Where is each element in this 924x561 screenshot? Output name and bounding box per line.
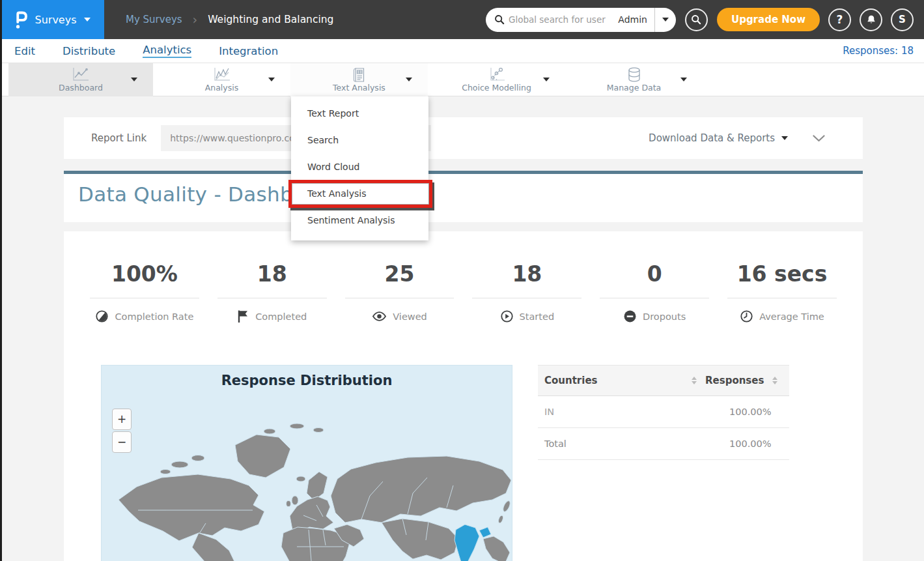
chevron-down-icon [268,78,275,81]
tab-manage-data[interactable]: Manage Data [565,63,703,96]
chevron-down-icon [406,78,412,81]
minus-circle-icon [623,309,637,323]
menu-item-text-analysis[interactable]: Text Analysis [291,180,428,207]
sort-responses-icon[interactable] [772,377,777,384]
tab-text-analysis[interactable]: Text Analysis [290,63,428,96]
column-header-responses[interactable]: Responses [705,375,764,386]
countries-table: Countries Responses IN 100.00% Total 100… [538,365,789,460]
upgrade-now-button[interactable]: Upgrade Now [717,8,820,31]
search-icon [494,14,505,25]
tab-analysis[interactable]: Analysis [153,63,290,96]
chevron-down-icon [662,18,669,22]
stat-label: Completed [255,311,307,322]
menu-item-word-cloud[interactable]: Word Cloud [291,154,428,180]
table-header-row: Countries Responses [538,365,789,396]
stat-label: Dropouts [643,311,686,322]
divider [217,298,327,298]
breadcrumb-parent[interactable]: My Surveys [126,14,182,25]
tab-label: Analysis [205,83,239,93]
product-menu[interactable]: Surveys [0,0,104,39]
nav-edit[interactable]: Edit [14,45,35,57]
product-label: Surveys [35,14,77,26]
breadcrumb-current: Weighting and Balancing [208,14,333,25]
report-link-bar: Report Link Download Data & Reports [64,117,863,159]
stat-completed: 18 Completed [208,261,336,323]
half-circle-icon [95,309,109,323]
top-header: Surveys My Surveys › Weighting and Balan… [0,0,924,39]
avatar-initial: S [899,14,906,25]
map-zoom-in-button[interactable]: + [112,409,132,430]
divider [472,298,581,298]
help-button[interactable]: ? [828,8,851,31]
chevron-down-icon [84,18,91,22]
tab-dashboard[interactable]: Dashboard [8,63,153,96]
help-icon: ? [837,13,843,26]
analytics-toolbar: Dashboard Analysis Text Analysis [0,63,924,96]
stat-dropouts: 0 Dropouts [591,261,718,323]
report-link-label: Report Link [91,132,147,144]
responses-count: Responses: 18 [843,45,914,57]
app-window: Surveys My Surveys › Weighting and Balan… [0,0,924,561]
stat-viewed: 25 Viewed [336,261,464,323]
divider [345,298,455,298]
tab-choice-modelling[interactable]: Choice Modelling [428,63,565,96]
nav-analytics[interactable]: Analytics [143,44,191,58]
stat-label: Started [520,311,555,322]
stat-label: Completion Rate [115,311,193,322]
chevron-down-icon [543,78,550,81]
map-title: Response Distribution [102,373,512,388]
text-report-icon [351,66,368,83]
global-search-input[interactable] [505,14,618,25]
divider [600,298,709,298]
dashboard-title-panel: Data Quality - Dashboard [64,171,863,222]
download-data-reports-dropdown[interactable]: Download Data & Reports [649,132,788,144]
map-zoom-out-button[interactable]: − [112,431,132,453]
stat-average-time: 16 secs Average Time [718,261,846,323]
responses-cell: 100.00% [729,407,789,417]
line-chart-icon [71,66,91,83]
nav-integration[interactable]: Integration [219,45,278,57]
search-button[interactable] [685,8,708,31]
stat-value: 25 [336,261,464,287]
menu-item-text-report[interactable]: Text Report [291,100,428,127]
world-map[interactable] [102,366,512,561]
search-icon [691,14,701,25]
chevron-down-icon [781,136,788,140]
text-analysis-menu: Text Report Search Word Cloud Text Analy… [291,96,428,240]
notifications-button[interactable] [860,8,882,31]
collapse-section-button[interactable] [813,135,825,142]
account-avatar[interactable]: S [891,8,914,31]
divider [727,298,837,298]
breadcrumb-separator-icon: › [193,14,198,26]
screen-edge [0,0,2,561]
page-title: Data Quality - Dashboard [78,182,863,206]
stat-value: 100% [81,261,208,287]
database-icon [626,66,643,84]
tab-label: Choice Modelling [462,83,531,93]
nav-distribute[interactable]: Distribute [63,45,115,57]
table-row: Total 100.00% [538,428,789,460]
search-scope-dropdown[interactable] [655,8,676,32]
bell-icon [866,14,876,25]
menu-item-label: Text Analysis [307,188,366,199]
menu-item-sentiment-analysis[interactable]: Sentiment Analysis [291,207,428,234]
chevron-down-icon [680,78,687,81]
country-cell: IN [538,407,729,417]
questionpro-logo-icon [14,10,28,29]
table-row: IN 100.00% [538,396,789,428]
responses-cell: 100.00% [729,439,789,449]
tab-label: Dashboard [59,83,103,93]
eye-icon [372,309,387,323]
global-search: Admin [486,8,676,32]
stat-completion-rate: 100% Completion Rate [81,261,208,323]
search-scope-label: Admin [618,14,654,25]
stat-value: 0 [591,261,718,287]
flag-icon [237,309,249,323]
survey-nav: Edit Distribute Analytics Integration Re… [0,39,924,63]
breadcrumb: My Surveys › Weighting and Balancing [126,14,333,26]
menu-item-search[interactable]: Search [291,127,428,154]
sort-countries-icon[interactable] [692,377,697,384]
tab-label: Text Analysis [333,83,385,93]
column-header-countries[interactable]: Countries [538,375,692,386]
response-distribution-map[interactable]: Response Distribution + − [101,365,512,561]
